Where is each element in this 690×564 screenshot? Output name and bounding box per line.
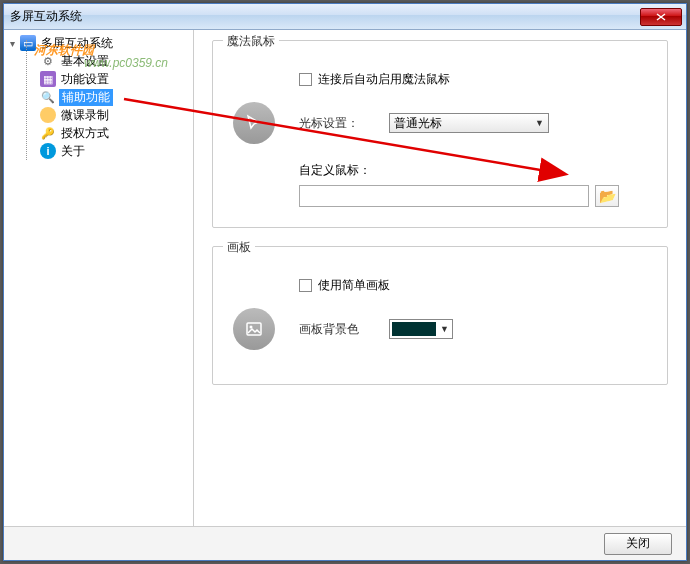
group-title: 画板 — [223, 239, 255, 256]
grid-icon: ▦ — [40, 71, 56, 87]
checkbox-label: 连接后自动启用魔法鼠标 — [318, 71, 450, 88]
chevron-down-icon: ▼ — [535, 118, 544, 128]
tree-item-record[interactable]: 微课录制 — [6, 106, 191, 124]
cursor-setting-label: 光标设置： — [299, 115, 389, 132]
browse-button[interactable]: 📂 — [595, 185, 619, 207]
custom-cursor-label: 自定义鼠标： — [299, 162, 647, 179]
monitor-icon: ▭ — [20, 35, 36, 51]
cursor-icon — [233, 102, 275, 144]
tree-label: 辅助功能 — [59, 89, 113, 106]
chevron-down-icon: ▼ — [440, 324, 449, 334]
tree-label: 授权方式 — [59, 125, 111, 142]
cursor-dropdown[interactable]: 普通光标 ▼ — [389, 113, 549, 133]
group-title: 魔法鼠标 — [223, 33, 279, 50]
close-button[interactable] — [640, 8, 682, 26]
footer: 关闭 — [4, 526, 686, 560]
info-icon: i — [40, 143, 56, 159]
svg-rect-0 — [247, 323, 261, 335]
color-swatch — [392, 322, 436, 336]
group-canvas: 画板 使用简单画板 画板背景色 ▼ — [212, 246, 668, 385]
tree-label: 微课录制 — [59, 107, 111, 124]
gear-icon: ⚙ — [40, 53, 56, 69]
bg-color-dropdown[interactable]: ▼ — [389, 319, 453, 339]
chevron-down-icon: ▾ — [6, 37, 18, 49]
checkbox-auto-magic[interactable] — [299, 73, 312, 86]
tree-label: 基本设置 — [59, 53, 111, 70]
tree-root[interactable]: ▾ ▭ 多屏互动系统 — [6, 34, 191, 52]
record-icon — [40, 107, 56, 123]
checkbox-label: 使用简单画板 — [318, 277, 390, 294]
tree-item-assist[interactable]: 🔍 辅助功能 — [6, 88, 191, 106]
nav-tree: ▾ ▭ 多屏互动系统 ⚙ 基本设置 ▦ 功能设置 🔍 辅助功能 微课录制 🔑 — [4, 30, 194, 526]
window-title: 多屏互动系统 — [8, 8, 640, 25]
titlebar: 多屏互动系统 — [4, 4, 686, 30]
folder-icon: 📂 — [599, 188, 616, 204]
custom-cursor-path[interactable] — [299, 185, 589, 207]
checkbox-simple-canvas[interactable] — [299, 279, 312, 292]
tree-item-basic[interactable]: ⚙ 基本设置 — [6, 52, 191, 70]
tree-root-label: 多屏互动系统 — [39, 35, 115, 52]
magnifier-icon: 🔍 — [40, 89, 56, 105]
tree-item-function[interactable]: ▦ 功能设置 — [6, 70, 191, 88]
group-magic-mouse: 魔法鼠标 连接后自动启用魔法鼠标 光标设置： 普通光标 ▼ 自定义 — [212, 40, 668, 228]
key-icon: 🔑 — [40, 125, 56, 141]
button-label: 关闭 — [626, 535, 650, 552]
bg-color-label: 画板背景色 — [299, 321, 389, 338]
image-icon — [233, 308, 275, 350]
content-panel: 魔法鼠标 连接后自动启用魔法鼠标 光标设置： 普通光标 ▼ 自定义 — [194, 30, 686, 526]
tree-label: 关于 — [59, 143, 87, 160]
tree-label: 功能设置 — [59, 71, 111, 88]
settings-window: 多屏互动系统 ▾ ▭ 多屏互动系统 ⚙ 基本设置 ▦ 功能设置 🔍 辅助功能 — [3, 3, 687, 561]
close-dialog-button[interactable]: 关闭 — [604, 533, 672, 555]
dropdown-value: 普通光标 — [394, 115, 442, 132]
window-body: ▾ ▭ 多屏互动系统 ⚙ 基本设置 ▦ 功能设置 🔍 辅助功能 微课录制 🔑 — [4, 30, 686, 526]
tree-item-about[interactable]: i 关于 — [6, 142, 191, 160]
tree-item-license[interactable]: 🔑 授权方式 — [6, 124, 191, 142]
